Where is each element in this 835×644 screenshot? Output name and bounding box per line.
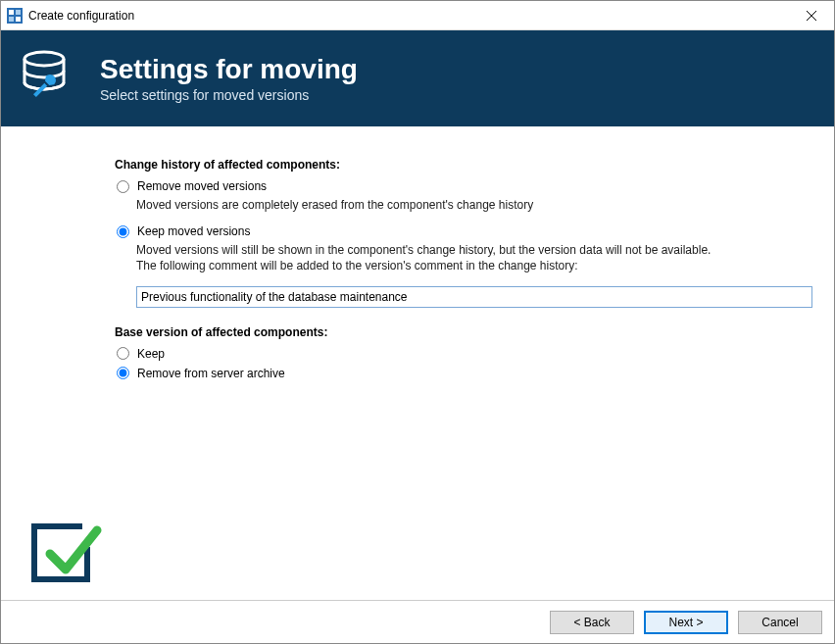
- svg-rect-3: [9, 17, 14, 22]
- radio-base-remove-label: Remove from server archive: [137, 367, 285, 380]
- keep-desc-line1: Moved versions will still be shown in th…: [136, 243, 711, 257]
- next-button[interactable]: Next >: [644, 611, 728, 634]
- back-button[interactable]: < Back: [550, 611, 634, 634]
- banner-text: Settings for moving Select settings for …: [100, 54, 358, 103]
- svg-rect-1: [9, 10, 14, 15]
- banner-heading: Settings for moving: [100, 54, 358, 85]
- content-area: Change history of affected components: R…: [1, 126, 834, 600]
- radio-keep-moved-versions-label: Keep moved versions: [137, 224, 250, 238]
- radio-base-keep[interactable]: Keep: [117, 347, 810, 361]
- database-wrench-icon: [13, 47, 86, 110]
- section-history-title: Change history of affected components:: [115, 158, 810, 172]
- close-icon: [807, 11, 816, 21]
- section-base-title: Base version of affected components:: [115, 325, 810, 339]
- radio-keep-moved-versions[interactable]: Keep moved versions: [117, 224, 810, 238]
- cancel-button[interactable]: Cancel: [738, 611, 822, 634]
- banner: Settings for moving Select settings for …: [1, 30, 834, 126]
- radio-remove-moved-versions-label: Remove moved versions: [137, 179, 267, 193]
- radio-keep-moved-versions-input[interactable]: [117, 225, 129, 238]
- keep-desc-line2: The following comment will be added to t…: [136, 259, 578, 272]
- footer: < Back Next > Cancel: [1, 600, 834, 643]
- radio-base-remove[interactable]: Remove from server archive: [117, 367, 810, 380]
- window-title: Create configuration: [28, 9, 789, 23]
- checkmark-ornament-icon: [23, 513, 103, 596]
- svg-point-7: [25, 52, 64, 66]
- radio-base-remove-input[interactable]: [117, 367, 129, 379]
- radio-remove-moved-versions[interactable]: Remove moved versions: [117, 179, 810, 193]
- svg-rect-2: [16, 10, 21, 15]
- radio-base-keep-input[interactable]: [117, 347, 129, 360]
- close-button[interactable]: [789, 1, 834, 30]
- app-icon: [7, 8, 23, 24]
- radio-remove-moved-versions-input[interactable]: [117, 180, 129, 193]
- dialog-window: Create configuration Settings for moving: [0, 0, 835, 644]
- svg-rect-4: [16, 17, 21, 22]
- version-comment-input[interactable]: [136, 286, 812, 308]
- banner-subtitle: Select settings for moved versions: [100, 87, 358, 103]
- remove-moved-versions-description: Moved versions are completely erased fro…: [136, 197, 810, 213]
- keep-moved-versions-description: Moved versions will still be shown in th…: [136, 242, 810, 273]
- radio-base-keep-label: Keep: [137, 347, 165, 361]
- titlebar: Create configuration: [1, 1, 834, 30]
